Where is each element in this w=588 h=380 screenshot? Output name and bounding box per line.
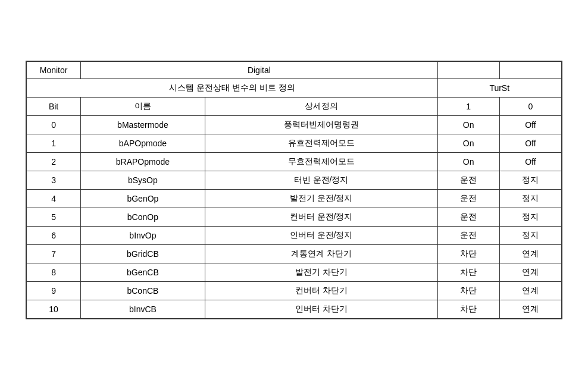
header-row: Monitor Digital	[27, 62, 562, 79]
cell-name: bGridCB	[81, 245, 205, 263]
header-monitor: Monitor	[27, 62, 81, 79]
cell-name: bRAPOpmode	[81, 153, 205, 171]
cell-detail: 터빈 운전/정지	[205, 171, 437, 190]
system-title: 시스템 운전상태 변수의 비트 정의	[27, 79, 438, 98]
cell-val0: 연계	[499, 282, 561, 300]
cell-name: bSysOp	[81, 171, 205, 190]
cell-val1: On	[437, 116, 499, 134]
cell-val0: 정지	[499, 171, 561, 190]
cell-bit: 7	[27, 245, 81, 263]
cell-val1: 차단	[437, 300, 499, 319]
cell-name: bGenOp	[81, 190, 205, 208]
cell-bit: 1	[27, 134, 81, 153]
cell-val0: Off	[499, 134, 561, 153]
cell-val1: 차단	[437, 263, 499, 282]
cell-val0: 정지	[499, 208, 561, 227]
cell-detail: 풍력터빈제어명령권	[205, 116, 437, 134]
header-empty2	[499, 62, 561, 79]
cell-detail: 발전기 차단기	[205, 263, 437, 282]
cell-val0: Off	[499, 153, 561, 171]
table-row: 2bRAPOpmode무효전력제어모드OnOff	[27, 153, 562, 171]
column-header-row: Bit 이름 상세정의 1 0	[27, 98, 562, 116]
cell-bit: 3	[27, 171, 81, 190]
cell-detail: 계통연계 차단기	[205, 245, 437, 263]
cell-val1: On	[437, 134, 499, 153]
cell-bit: 0	[27, 116, 81, 134]
cell-name: bInvOp	[81, 227, 205, 245]
cell-detail: 인버터 운전/정지	[205, 227, 437, 245]
cell-val0: 정지	[499, 190, 561, 208]
cell-detail: 컨버터 차단기	[205, 282, 437, 300]
col-header-bit: Bit	[27, 98, 81, 116]
cell-val0: 연계	[499, 263, 561, 282]
cell-bit: 10	[27, 300, 81, 319]
table-row: 1bAPOpmode유효전력제어모드OnOff	[27, 134, 562, 153]
cell-val1: 운전	[437, 171, 499, 190]
cell-val0: Off	[499, 116, 561, 134]
cell-name: bConOp	[81, 208, 205, 227]
data-table: Monitor Digital 시스템 운전상태 변수의 비트 정의 TurSt…	[26, 61, 562, 319]
cell-detail: 발전기 운전/정지	[205, 190, 437, 208]
table-row: 6bInvOp인버터 운전/정지운전정지	[27, 227, 562, 245]
cell-bit: 5	[27, 208, 81, 227]
header-empty	[437, 62, 499, 79]
header-digital: Digital	[81, 62, 437, 79]
table-row: 4bGenOp발전기 운전/정지운전정지	[27, 190, 562, 208]
col-header-val1: 1	[437, 98, 499, 116]
cell-name: bMastermode	[81, 116, 205, 134]
cell-name: bInvCB	[81, 300, 205, 319]
table-row: 8bGenCB발전기 차단기차단연계	[27, 263, 562, 282]
table-row: 0bMastermode풍력터빈제어명령권OnOff	[27, 116, 562, 134]
main-table-container: Monitor Digital 시스템 운전상태 변수의 비트 정의 TurSt…	[26, 61, 562, 319]
cell-detail: 인버터 차단기	[205, 300, 437, 319]
cell-val1: 운전	[437, 227, 499, 245]
cell-val1: 운전	[437, 208, 499, 227]
turst-header: TurSt	[437, 79, 562, 98]
col-header-val0: 0	[499, 98, 561, 116]
cell-name: bGenCB	[81, 263, 205, 282]
table-row: 3bSysOp터빈 운전/정지운전정지	[27, 171, 562, 190]
cell-val0: 연계	[499, 300, 561, 319]
table-row: 10bInvCB인버터 차단기차단연계	[27, 300, 562, 319]
cell-name: bAPOpmode	[81, 134, 205, 153]
subheader-row: 시스템 운전상태 변수의 비트 정의 TurSt	[27, 79, 562, 98]
cell-val0: 정지	[499, 227, 561, 245]
cell-bit: 4	[27, 190, 81, 208]
cell-name: bConCB	[81, 282, 205, 300]
table-row: 7bGridCB계통연계 차단기차단연계	[27, 245, 562, 263]
cell-detail: 컨버터 운전/정지	[205, 208, 437, 227]
cell-val1: 차단	[437, 245, 499, 263]
cell-val0: 연계	[499, 245, 561, 263]
cell-val1: 차단	[437, 282, 499, 300]
cell-bit: 9	[27, 282, 81, 300]
table-row: 5bConOp컨버터 운전/정지운전정지	[27, 208, 562, 227]
cell-detail: 유효전력제어모드	[205, 134, 437, 153]
cell-val1: 운전	[437, 190, 499, 208]
table-row: 9bConCB컨버터 차단기차단연계	[27, 282, 562, 300]
cell-val1: On	[437, 153, 499, 171]
col-header-detail: 상세정의	[205, 98, 437, 116]
col-header-name: 이름	[81, 98, 205, 116]
cell-bit: 2	[27, 153, 81, 171]
cell-bit: 8	[27, 263, 81, 282]
cell-detail: 무효전력제어모드	[205, 153, 437, 171]
cell-bit: 6	[27, 227, 81, 245]
